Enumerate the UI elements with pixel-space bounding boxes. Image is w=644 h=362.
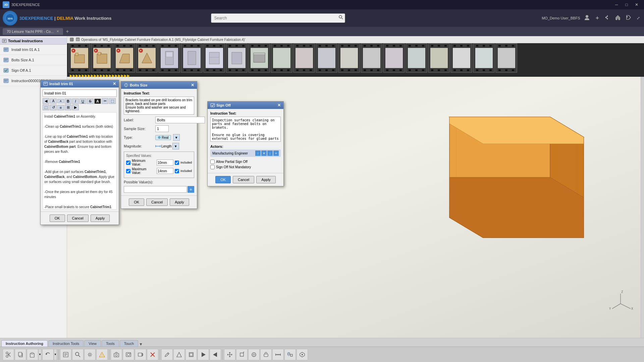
actor-remove-btn[interactable]: ✕ bbox=[261, 150, 267, 156]
film-frame-9[interactable] bbox=[248, 43, 270, 73]
film-frame-12[interactable] bbox=[316, 43, 337, 73]
toolbar-list-btn[interactable]: ≡ bbox=[57, 105, 64, 110]
tool-record-btn[interactable] bbox=[135, 349, 146, 360]
expand-button[interactable]: ⤢ bbox=[635, 14, 641, 22]
dialog-sign-off-cancel[interactable]: Cancel bbox=[233, 176, 254, 183]
film-frame-2[interactable] bbox=[91, 43, 113, 73]
possible-value-add-button[interactable]: + bbox=[187, 186, 194, 193]
not-mandatory-checkbox[interactable] bbox=[210, 165, 215, 169]
tool-shape-btn[interactable] bbox=[173, 349, 185, 360]
sidebar-item-bolts-size[interactable]: Bolts Size A.1 bbox=[0, 55, 67, 65]
film-frame-7[interactable] bbox=[203, 43, 225, 73]
add-button[interactable]: + bbox=[594, 13, 600, 23]
toolbar-undo-btn[interactable]: ↺ bbox=[50, 105, 57, 110]
tool-settings-btn[interactable] bbox=[84, 349, 96, 360]
share-button[interactable] bbox=[603, 13, 611, 23]
bolts-magnitude-dropdown[interactable]: ▼ bbox=[172, 143, 179, 149]
sidebar-item-install-trim[interactable]: Install trim 01 A.1 bbox=[0, 45, 67, 55]
tool-measure-btn[interactable] bbox=[272, 349, 284, 360]
dialog-bolts-apply[interactable]: Apply bbox=[170, 198, 189, 206]
possible-value-input[interactable] bbox=[124, 186, 187, 193]
search-button[interactable] bbox=[337, 14, 344, 21]
bolts-label-input[interactable] bbox=[155, 117, 205, 123]
toolbar-italic-btn[interactable]: I bbox=[72, 99, 79, 104]
maximize-button[interactable]: □ bbox=[622, 1, 631, 8]
actor-move-down-btn[interactable]: ↓ bbox=[267, 150, 273, 156]
tool-undo-btn[interactable] bbox=[42, 349, 54, 360]
install-trim-title-input[interactable] bbox=[43, 89, 117, 97]
toolbar-copy-btn[interactable]: ⬚ bbox=[109, 98, 116, 104]
film-frame-10[interactable] bbox=[271, 43, 292, 73]
dialog-bolts-ok[interactable]: OK bbox=[129, 198, 144, 206]
tool-pencil-btn[interactable] bbox=[161, 349, 173, 360]
max-checkbox[interactable] bbox=[126, 169, 130, 173]
film-frame-13[interactable] bbox=[338, 43, 360, 73]
film-frame-8[interactable] bbox=[226, 43, 248, 73]
film-frame-3[interactable] bbox=[113, 43, 135, 73]
toolbar-cut-btn[interactable]: ✂ bbox=[102, 98, 108, 104]
film-frame-20[interactable] bbox=[495, 43, 517, 73]
main-tab[interactable]: 70 Leisure Yacht PPR - Co... ✕ bbox=[3, 28, 63, 35]
tool-prev-btn[interactable] bbox=[210, 349, 221, 360]
film-frame-17[interactable] bbox=[428, 43, 450, 73]
toolbar-fontsize-btn[interactable]: A bbox=[50, 99, 57, 104]
toolbar-bold-btn[interactable]: B bbox=[65, 99, 71, 104]
dialog-install-trim-cancel[interactable]: Cancel bbox=[67, 215, 89, 222]
tool-undo-arrow[interactable]: ▼ bbox=[54, 349, 57, 360]
film-frame-14[interactable] bbox=[361, 43, 382, 73]
film-frame-16[interactable] bbox=[406, 43, 427, 73]
min-checkbox[interactable] bbox=[126, 161, 130, 165]
user-icon-button[interactable] bbox=[583, 13, 591, 23]
tool-copy-btn[interactable] bbox=[15, 349, 26, 360]
dialog-install-trim-close[interactable]: ✕ bbox=[113, 81, 116, 86]
toolbar-paste-btn[interactable]: ⬚ bbox=[43, 105, 49, 110]
dialog-sign-off-ok[interactable]: OK bbox=[215, 176, 231, 183]
toolbar-next-btn[interactable]: ▶ bbox=[72, 105, 79, 110]
actor-move-up-btn[interactable]: ↑ bbox=[255, 150, 261, 156]
tool-snap-btn[interactable] bbox=[248, 349, 260, 360]
tab-instruction-tools[interactable]: Instruction Tools bbox=[48, 340, 84, 347]
allow-partial-checkbox[interactable] bbox=[210, 160, 215, 164]
film-frame-19[interactable] bbox=[473, 43, 495, 73]
tool-warning-btn[interactable]: ! bbox=[96, 349, 108, 360]
toolbar-prev-btn[interactable]: ◀ bbox=[43, 98, 49, 104]
tool-move-btn[interactable] bbox=[224, 349, 235, 360]
tool-play-btn[interactable] bbox=[198, 349, 209, 360]
film-frame-11[interactable] bbox=[293, 43, 315, 73]
toolbar-strikethrough-btn[interactable]: S bbox=[87, 99, 94, 104]
toolbar-fontsize2-btn[interactable]: A bbox=[57, 99, 64, 103]
dialog-sign-off-apply[interactable]: Apply bbox=[256, 176, 276, 183]
tool-instruction-btn[interactable] bbox=[60, 349, 71, 360]
min-included-checkbox[interactable] bbox=[175, 161, 179, 165]
bolts-type-dropdown[interactable]: ▼ bbox=[173, 134, 180, 141]
tab-view[interactable]: View bbox=[84, 340, 101, 347]
max-value-input[interactable] bbox=[157, 168, 173, 174]
tool-paste-btn[interactable] bbox=[27, 349, 38, 360]
home-button[interactable] bbox=[614, 13, 622, 23]
max-included-checkbox[interactable] bbox=[175, 169, 179, 173]
film-frame-15[interactable] bbox=[383, 43, 405, 73]
tab-instruction-authoring[interactable]: Instruction Authoring bbox=[1, 340, 48, 347]
tool-paste-arrow[interactable]: ▼ bbox=[38, 349, 42, 360]
tab-close-icon[interactable]: ✕ bbox=[56, 29, 59, 33]
tab-arrow-button[interactable]: ▼ bbox=[139, 342, 143, 347]
tool-rotate-btn[interactable] bbox=[236, 349, 248, 360]
film-frame-6[interactable] bbox=[181, 43, 203, 73]
film-frame-1[interactable] bbox=[68, 43, 90, 73]
minimize-button[interactable]: ─ bbox=[612, 1, 621, 8]
film-frame-5[interactable] bbox=[158, 43, 180, 73]
tool-assembly-btn[interactable] bbox=[297, 349, 308, 360]
toolbar-table-btn[interactable]: ⊞ bbox=[65, 105, 71, 110]
dialog-bolts-close[interactable]: ✕ bbox=[191, 83, 194, 87]
tool-constrain-btn[interactable] bbox=[260, 349, 272, 360]
sign-off-instruction-textarea[interactable]: Inspection surfaces cleaning on parts an… bbox=[210, 117, 281, 142]
tab-touch[interactable]: Touch bbox=[120, 340, 138, 347]
tool-align-btn[interactable] bbox=[284, 349, 296, 360]
dialog-install-trim-ok[interactable]: OK bbox=[50, 215, 65, 222]
tool-delete-btn[interactable] bbox=[147, 349, 158, 360]
bolts-sample-size-input[interactable] bbox=[155, 125, 169, 132]
tool-layers-btn[interactable] bbox=[185, 349, 197, 360]
tab-tools[interactable]: Tools bbox=[102, 340, 119, 347]
search-input[interactable] bbox=[211, 13, 345, 23]
tool-camera-btn[interactable] bbox=[111, 349, 122, 360]
